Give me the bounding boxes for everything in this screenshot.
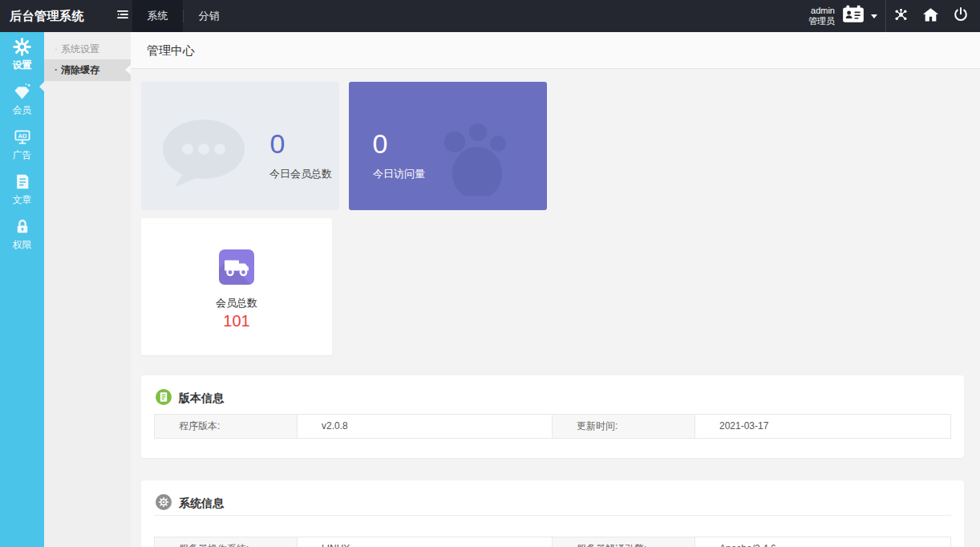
sidebar-item-label: 广告 (13, 148, 32, 162)
stat-card-today-visits: 0 今日访问量 (349, 82, 547, 210)
sidebar-toggle-button[interactable] (112, 0, 133, 32)
today-visits-value: 0 (363, 128, 397, 160)
submenu-item-label: 清除缓存 (61, 64, 99, 75)
table-label: 更新时间: (553, 415, 695, 438)
sidebar-item-permissions[interactable]: 权限 (0, 212, 44, 257)
total-members-label: 会员总数 (141, 296, 332, 310)
system-info-table: 服务器操作系统: LINUX 服务器解译引擎: Apache/2.4.6 (154, 537, 951, 547)
sidebar-item-label: 权限 (13, 238, 32, 252)
truck-icon (219, 249, 254, 285)
logout-button[interactable] (946, 0, 975, 32)
top-tab-distribution[interactable]: 分销 (184, 0, 234, 32)
card-total-members: 会员总数 101 (141, 218, 332, 355)
today-visits-label: 今日访问量 (373, 167, 425, 181)
ad-icon-text: AD (18, 132, 27, 139)
panel-title: 系统信息 (179, 496, 224, 511)
submenu-sidebar: ·系统设置 ·清除缓存 (44, 32, 131, 547)
user-name: admin (808, 6, 835, 16)
submenu-item-label: 系统设置 (61, 43, 99, 55)
panel-title: 版本信息 (179, 391, 224, 406)
panel-header: 系统信息 (156, 494, 224, 513)
system-info-panel: 系统信息 服务器操作系统: LINUX 服务器解译引擎: Apache/2.4.… (141, 480, 964, 547)
molecule-icon (893, 6, 909, 26)
bullet: · (55, 43, 58, 55)
submenu-item-system-settings[interactable]: ·系统设置 (44, 38, 131, 59)
table-value: Apache/2.4.6 (695, 537, 950, 547)
power-icon (953, 6, 969, 26)
stat-card-today-members: 0 今日会员总数 (141, 82, 339, 210)
today-members-value: 0 (253, 128, 302, 160)
ad-billboard-icon: AD (13, 128, 32, 146)
topbar-right: admin 管理员 (808, 0, 980, 32)
total-members-value: 101 (141, 312, 332, 330)
clear-cache-button[interactable] (886, 0, 916, 32)
app-logo: 后台管理系统 (10, 0, 84, 32)
home-button[interactable] (916, 0, 946, 32)
active-submenu-notch (125, 65, 131, 75)
article-icon (14, 172, 31, 191)
green-document-icon (156, 389, 172, 408)
sidebar-item-articles[interactable]: 文章 (0, 167, 44, 212)
gray-gear-icon (156, 494, 172, 513)
page-title: 管理中心 (147, 32, 195, 69)
lock-icon (14, 217, 31, 236)
table-value: 2021-03-17 (695, 415, 950, 438)
version-info-table: 程序版本: v2.0.8 更新时间: 2021-03-17 (154, 414, 951, 439)
icon-sidebar: 设置 会员 AD 广告 文章 (0, 32, 44, 547)
sidebar-item-ads[interactable]: AD 广告 (0, 122, 44, 167)
table-value: v2.0.8 (298, 415, 553, 438)
topbar: 后台管理系统 系统 分销 admin 管理员 (0, 0, 980, 32)
gear-icon (13, 38, 31, 56)
table-value: LINUX (298, 537, 553, 547)
sidebar-item-label: 文章 (13, 193, 32, 207)
bullet: · (55, 64, 58, 75)
home-icon (922, 6, 939, 26)
chevron-down-icon (871, 14, 877, 18)
table-label: 程序版本: (155, 415, 298, 438)
user-info: admin 管理员 (808, 6, 835, 26)
table-label: 服务器解译引擎: (553, 537, 695, 547)
content-body: 0 今日会员总数 0 今日访问量 会员总数 101 (131, 70, 980, 547)
top-tab-system[interactable]: 系统 (132, 0, 183, 32)
paw-icon (442, 124, 509, 199)
submenu-item-clear-cache[interactable]: ·清除缓存 (44, 59, 131, 81)
active-item-notch (39, 82, 44, 91)
id-card-icon (841, 4, 865, 28)
user-role: 管理员 (808, 16, 835, 26)
sidebar-item-label: 会员 (13, 103, 32, 117)
sidebar-item-label: 设置 (13, 59, 32, 72)
today-members-label: 今日会员总数 (252, 167, 350, 181)
sidebar-item-members[interactable]: 会员 (0, 77, 44, 122)
sidebar-item-settings[interactable]: 设置 (0, 32, 44, 77)
table-label: 服务器操作系统: (155, 537, 298, 547)
content-header: 管理中心 (131, 32, 980, 69)
version-info-panel: 版本信息 程序版本: v2.0.8 更新时间: 2021-03-17 (141, 375, 964, 458)
hamburger-icon (115, 7, 130, 25)
gem-icon (13, 83, 32, 101)
chat-bubble-icon (152, 114, 250, 197)
panel-divider (154, 515, 951, 516)
user-menu-button[interactable] (841, 4, 885, 28)
panel-header: 版本信息 (156, 389, 224, 408)
